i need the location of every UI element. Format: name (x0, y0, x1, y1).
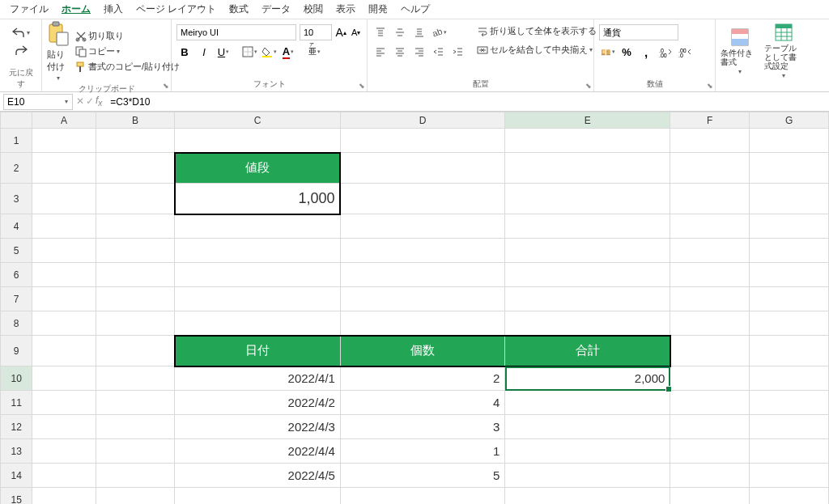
row-3[interactable]: 3 (1, 184, 32, 214)
row-13[interactable]: 13 (1, 439, 32, 464)
cell[interactable] (505, 391, 670, 415)
cell[interactable] (750, 287, 829, 311)
cell[interactable] (96, 287, 175, 311)
undo-button[interactable]: ▾ (10, 26, 32, 39)
cell-D10[interactable]: 2 (340, 366, 504, 391)
conditional-format-button[interactable]: 条件付き書式▾ (721, 28, 759, 75)
col-B[interactable]: B (96, 112, 175, 129)
row-6[interactable]: 6 (1, 263, 32, 287)
cell[interactable] (670, 366, 750, 391)
cell[interactable] (175, 129, 341, 153)
formula-input[interactable] (105, 96, 829, 108)
align-right-button[interactable] (411, 44, 427, 60)
cell[interactable] (96, 488, 175, 505)
row-7[interactable]: 7 (1, 287, 32, 311)
align-center-button[interactable] (392, 44, 408, 60)
cell[interactable] (670, 214, 750, 239)
cell-D13[interactable]: 1 (340, 439, 504, 464)
cell[interactable] (175, 214, 341, 239)
format-painter-button[interactable]: 書式のコピー/貼り付け (73, 60, 182, 74)
cell-E10[interactable]: 2,000 (505, 366, 670, 391)
row-9[interactable]: 9 (1, 336, 32, 366)
bold-button[interactable]: B (176, 44, 193, 60)
cell[interactable] (505, 464, 670, 488)
align-bottom-button[interactable] (411, 24, 427, 40)
align-top-button[interactable] (372, 24, 389, 40)
cell-D12[interactable]: 3 (340, 415, 504, 439)
menu-insert[interactable]: 挿入 (97, 1, 130, 18)
cell[interactable] (32, 464, 96, 488)
cell[interactable] (340, 311, 504, 336)
number-launcher[interactable]: ⬊ (707, 82, 713, 90)
cell[interactable] (750, 464, 829, 488)
cell[interactable] (750, 184, 829, 214)
cell[interactable] (32, 184, 96, 214)
cell[interactable] (175, 263, 341, 287)
cell-C14[interactable]: 2022/4/5 (175, 464, 341, 488)
cell[interactable] (32, 311, 96, 336)
menu-home[interactable]: ホーム (55, 1, 97, 18)
menu-pagelayout[interactable]: ページ レイアウト (130, 1, 223, 18)
cell[interactable] (750, 239, 829, 263)
cell-C12[interactable]: 2022/4/3 (175, 415, 341, 439)
font-color-button[interactable]: A▾ (280, 44, 296, 60)
cell[interactable] (32, 391, 96, 415)
cell-D11[interactable]: 4 (340, 391, 504, 415)
cell[interactable] (750, 439, 829, 464)
cell[interactable] (505, 439, 670, 464)
increase-decimal-button[interactable]: .0.00 (657, 44, 674, 60)
orientation-button[interactable]: ab▾ (431, 24, 447, 40)
cell[interactable] (670, 336, 750, 366)
align-launcher[interactable]: ⬊ (585, 82, 592, 90)
cell-C9[interactable]: 日付 (175, 336, 341, 366)
cell[interactable] (670, 184, 750, 214)
wrap-text-button[interactable]: 折り返して全体を表示する (474, 24, 599, 38)
menu-dev[interactable]: 開発 (362, 1, 394, 18)
cell[interactable] (96, 464, 175, 488)
cell[interactable] (340, 263, 504, 287)
menu-view[interactable]: 表示 (329, 1, 362, 18)
redo-button[interactable] (12, 44, 30, 57)
row-1[interactable]: 1 (1, 129, 32, 153)
cell[interactable] (340, 239, 504, 263)
menu-help[interactable]: ヘルプ (394, 1, 436, 18)
cell[interactable] (670, 464, 750, 488)
cell[interactable] (505, 214, 670, 239)
cell[interactable] (96, 214, 175, 239)
row-11[interactable]: 11 (1, 391, 32, 415)
cell-C2[interactable]: 値段 (175, 153, 341, 184)
cell[interactable] (670, 439, 750, 464)
cell-C11[interactable]: 2022/4/2 (175, 391, 341, 415)
cell[interactable] (750, 366, 829, 391)
name-box[interactable] (3, 94, 73, 110)
cell[interactable] (96, 153, 175, 184)
col-E[interactable]: E (505, 112, 670, 129)
cell-C13[interactable]: 2022/4/4 (175, 439, 341, 464)
cell[interactable] (750, 129, 829, 153)
cell[interactable] (670, 488, 750, 505)
cell[interactable] (32, 439, 96, 464)
cell[interactable] (32, 214, 96, 239)
cell[interactable] (505, 287, 670, 311)
increase-font-button[interactable]: A▴ (335, 24, 347, 40)
font-name-select[interactable] (176, 24, 296, 40)
cell[interactable] (32, 415, 96, 439)
row-15[interactable]: 15 (1, 488, 32, 505)
font-size-select[interactable] (300, 24, 332, 40)
border-button[interactable]: ▾ (241, 44, 257, 60)
font-launcher[interactable]: ⬊ (359, 82, 365, 90)
cell[interactable] (96, 415, 175, 439)
indent-decrease-button[interactable] (431, 44, 447, 60)
cell[interactable] (670, 415, 750, 439)
cell[interactable] (96, 366, 175, 391)
cell[interactable] (670, 287, 750, 311)
cell[interactable] (96, 239, 175, 263)
cancel-formula-button[interactable]: ✕ (76, 95, 84, 107)
clipboard-launcher[interactable]: ⬊ (163, 82, 169, 90)
align-left-button[interactable] (372, 44, 389, 60)
cell[interactable] (32, 239, 96, 263)
cell[interactable] (750, 415, 829, 439)
cell[interactable] (340, 129, 504, 153)
row-5[interactable]: 5 (1, 239, 32, 263)
cell-D14[interactable]: 5 (340, 464, 504, 488)
